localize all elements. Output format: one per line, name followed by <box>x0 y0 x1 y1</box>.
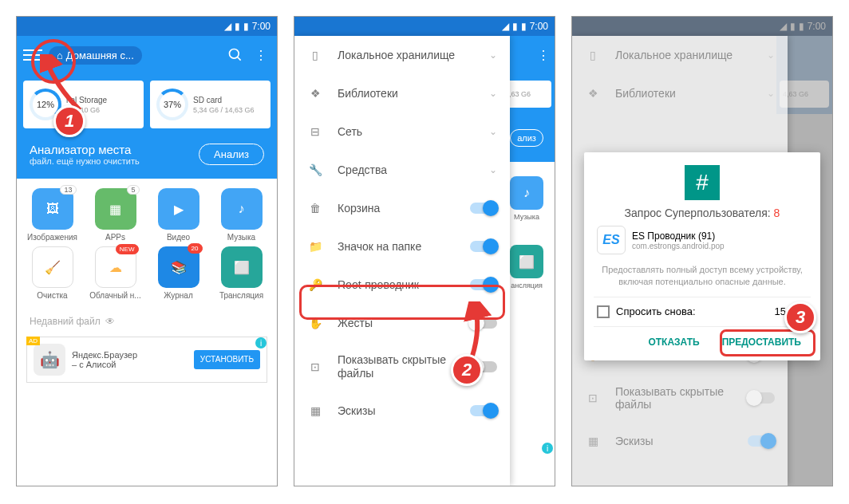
deny-button[interactable]: ОТКАЗАТЬ <box>638 330 709 354</box>
folder-icon-toggle[interactable] <box>470 241 497 252</box>
badge: 5 <box>127 185 139 195</box>
analyzer-subtitle: файл. ещё нужно очистить <box>30 156 140 166</box>
category-grid: 🖼13Изображения ▦5APPs ▶Видео ♪Музыка 🧹Оч… <box>17 179 277 309</box>
chevron-down-icon: ⌄ <box>489 88 497 99</box>
sidebar-trash[interactable]: 🗑Корзина <box>294 189 510 227</box>
log-item[interactable]: 📚20Журнал <box>149 246 207 300</box>
gesture-icon: ✋ <box>307 315 323 331</box>
phone-icon: ▯ <box>307 47 323 63</box>
analyzer-banner: Анализатор места файл. ещё нужно очистит… <box>17 135 277 179</box>
sidebar-tools[interactable]: 🔧Средства⌄ <box>294 151 510 189</box>
chevron-down-icon: ⌄ <box>489 164 497 175</box>
battery-icon: ▮ <box>243 21 249 32</box>
images-icon: 🖼13 <box>32 188 73 230</box>
apps-item[interactable]: ▦5APPs <box>86 188 144 242</box>
clock: 7:00 <box>252 21 270 32</box>
sidebar-root-explorer[interactable]: 🔑Root-проводник <box>294 266 510 304</box>
cloud-item[interactable]: ☁NEWОблачный н... <box>86 246 144 300</box>
storage-size: 5,34 G6 / 14,63 G6 <box>193 106 255 114</box>
trash-toggle[interactable] <box>470 203 497 214</box>
signal-icon: ▮ <box>235 21 240 32</box>
sidebar-thumbnails[interactable]: ▦Эскизы <box>294 392 510 430</box>
wifi-icon: ◢ <box>502 21 509 32</box>
sd-card[interactable]: 37% SD card 5,34 G6 / 14,63 G6 <box>150 81 270 128</box>
sidebar-drawer: ▯Локальное хранилище⌄ ❖Библиотеки⌄ ⊟Сеть… <box>294 36 510 486</box>
cast-item[interactable]: ⬜Трансляция <box>212 246 270 300</box>
package-name: com.estrongs.android.pop <box>632 242 725 250</box>
cleanup-icon: 🧹 <box>32 246 73 288</box>
dialog-title: Запрос Суперпользователя: 8 <box>594 207 811 219</box>
grant-button[interactable]: ПРЕДОСТАВИТЬ <box>713 330 811 354</box>
sidebar-network[interactable]: ⊟Сеть⌄ <box>294 112 510 151</box>
images-item[interactable]: 🖼13Изображения <box>23 188 81 242</box>
analyzer-title: Анализатор места <box>30 143 140 156</box>
status-bar: ◢ ▮ ▮ 7:00 <box>17 17 277 36</box>
ad-app-icon: 🤖 <box>34 344 65 376</box>
wrench-icon: 🔧 <box>307 162 323 178</box>
thumbnail-icon: ▦ <box>307 403 323 419</box>
key-icon: 🔑 <box>307 277 323 293</box>
cast-icon: ⬜ <box>221 246 263 288</box>
app-name: ES Проводник (91) <box>632 230 725 242</box>
cloud-icon: ☁NEW <box>95 246 136 288</box>
status-bar: ◢ ▮ ▮ 7:00 <box>294 17 555 36</box>
video-item[interactable]: ▶Видео <box>149 188 207 242</box>
sidebar-local-storage[interactable]: ▯Локальное хранилище⌄ <box>294 36 510 74</box>
annotation-step-1: 1 <box>53 105 85 137</box>
recent-files-header[interactable]: Недавний файл 👁 <box>17 309 277 333</box>
video-icon: ▶ <box>158 188 199 230</box>
badge-new: NEW <box>116 244 139 254</box>
annotation-step-2: 2 <box>451 354 483 386</box>
music-icon: ♪ <box>221 188 263 230</box>
ask-label: Спросить снова: <box>616 305 696 317</box>
storage-name: SD card <box>193 96 255 104</box>
ad-info-icon: i <box>542 443 553 454</box>
hash-icon: # <box>685 165 720 200</box>
badge: 13 <box>60 185 76 195</box>
sidebar-libraries[interactable]: ❖Библиотеки⌄ <box>294 74 510 112</box>
dialog-description: Предоставлять полный доступ всему устрой… <box>594 261 811 297</box>
ad-info-icon[interactable]: i <box>255 337 267 348</box>
sidebar-folder-icon[interactable]: 📁Значок на папке <box>294 227 510 266</box>
analyze-button[interactable]: Анализ <box>199 144 264 165</box>
cleanup-item[interactable]: 🧹Очистка <box>23 246 81 300</box>
trash-icon: 🗑 <box>307 200 323 216</box>
ask-again-row[interactable]: Спросить снова: 15 ми.. <box>594 297 811 326</box>
network-icon: ⊟ <box>307 124 323 140</box>
annotation-step-3: 3 <box>784 301 816 333</box>
superuser-dialog: # Запрос Суперпользователя: 8 ES ES Пров… <box>584 152 820 360</box>
more-button[interactable]: ⋮ <box>251 45 270 65</box>
layers-icon: ❖ <box>307 85 323 101</box>
svg-point-0 <box>230 49 239 59</box>
chevron-down-icon: ⌄ <box>489 49 497 61</box>
ad-install-button[interactable]: УСТАНОВИТЬ <box>194 350 260 369</box>
search-button[interactable] <box>226 45 245 65</box>
svg-line-1 <box>238 57 241 61</box>
signal-icon: ▮ <box>512 21 518 32</box>
folder-icon: 📁 <box>307 238 323 254</box>
log-icon: 📚20 <box>158 246 199 288</box>
badge: 20 <box>188 243 203 254</box>
music-item[interactable]: ♪Музыка <box>212 188 270 242</box>
hidden-icon: ⊡ <box>307 359 323 375</box>
ask-again-checkbox[interactable] <box>597 305 610 318</box>
es-explorer-icon: ES <box>597 226 626 254</box>
clock: 7:00 <box>530 21 548 32</box>
wifi-icon: ◢ <box>224 21 231 32</box>
storage-gauge: 37% <box>156 89 188 120</box>
thumbs-toggle[interactable] <box>470 405 497 416</box>
ad-label: AD <box>26 337 40 345</box>
root-toggle[interactable] <box>470 279 497 290</box>
ad-text: Яндекс.Браузер– с Алисой <box>72 350 188 369</box>
dialog-app-row: ES ES Проводник (91) com.estrongs.androi… <box>594 219 811 261</box>
chevron-down-icon: ⌄ <box>489 126 497 137</box>
apps-icon: ▦5 <box>95 188 136 230</box>
ad-banner[interactable]: AD i 🤖 Яндекс.Браузер– с Алисой УСТАНОВИ… <box>26 337 267 383</box>
eye-icon: 👁 <box>105 316 115 327</box>
battery-icon: ▮ <box>521 21 527 32</box>
